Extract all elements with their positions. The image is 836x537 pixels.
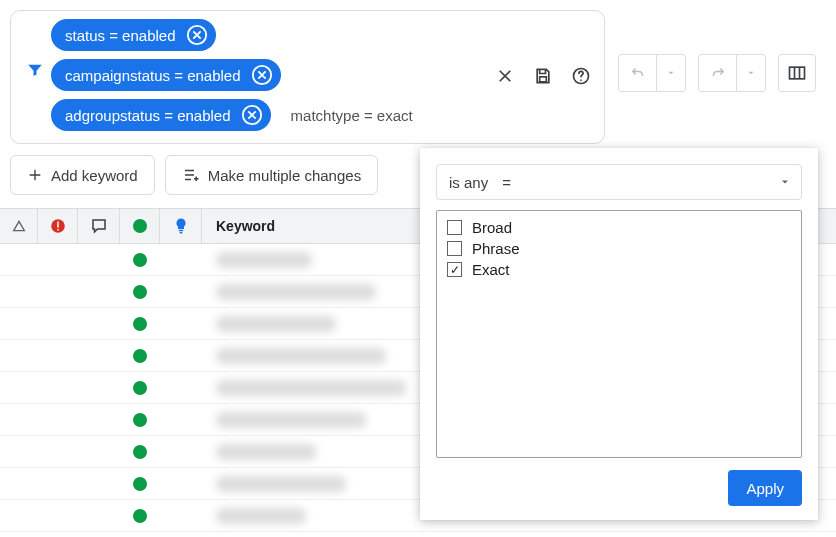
redacted-text [216,316,336,332]
matchtype-option[interactable]: Phrase [447,240,791,257]
remove-chip-icon[interactable] [241,104,263,126]
undo-icon[interactable] [619,55,657,91]
apply-button[interactable]: Apply [728,470,802,506]
filter-chip-label: adgroupstatus = enabled [65,107,231,124]
option-label: Broad [472,219,512,236]
redo-caret-icon[interactable] [737,55,765,91]
svg-rect-8 [57,222,59,228]
cell-status [120,276,160,307]
cell-error [38,500,78,531]
add-keyword-label: Add keyword [51,167,138,184]
cell-comment [78,468,120,499]
filter-chips: status = enabled campaignstatus = enable… [51,19,413,131]
redacted-text [216,348,386,364]
cell-error [38,468,78,499]
toolbar: Add keyword Make multiple changes [10,155,378,195]
close-icon[interactable] [494,65,516,87]
matchtype-option[interactable]: Exact [447,261,791,278]
svg-rect-9 [57,229,59,231]
cell-status [120,404,160,435]
redacted-text [216,380,406,396]
cell-recommendation [160,436,202,467]
cell-error [38,436,78,467]
option-label: Phrase [472,240,520,257]
cell-delta [0,468,38,499]
undo-button-group[interactable] [618,54,686,92]
make-multiple-changes-button[interactable]: Make multiple changes [165,155,378,195]
filter-chip-row: adgroupstatus = enabled matchtype = exac… [51,99,413,131]
svg-rect-6 [790,67,805,79]
filter-chip-label: status = enabled [65,27,176,44]
matchtype-filter-dropdown: is any = BroadPhraseExact Apply [420,148,818,520]
dropdown-footer: Apply [436,470,802,506]
cell-delta [0,372,38,403]
redo-icon[interactable] [699,55,737,91]
cell-comment [78,372,120,403]
header-status-icon[interactable] [120,209,160,243]
cell-recommendation [160,276,202,307]
redo-button-group[interactable] [698,54,766,92]
cell-delta [0,308,38,339]
status-dot-icon [133,317,147,331]
cell-comment [78,500,120,531]
cell-recommendation [160,340,202,371]
cell-delta [0,500,38,531]
header-recommendation-icon[interactable] [160,209,202,243]
cell-comment [78,436,120,467]
cell-delta [0,340,38,371]
redacted-text [216,508,306,524]
redacted-text [216,444,316,460]
cell-comment [78,244,120,275]
status-dot-icon [133,509,147,523]
status-dot-icon [133,349,147,363]
svg-point-5 [580,79,582,81]
cell-recommendation [160,372,202,403]
cell-recommendation [160,468,202,499]
cell-status [120,340,160,371]
plus-icon [27,167,43,183]
svg-rect-3 [540,77,547,82]
cell-recommendation [160,244,202,275]
option-label: Exact [472,261,510,278]
header-comment-icon[interactable] [78,209,120,243]
filter-chip-campaignstatus[interactable]: campaignstatus = enabled [51,59,281,91]
save-icon[interactable] [532,65,554,87]
cell-error [38,276,78,307]
help-icon[interactable] [570,65,592,87]
filter-chip-status[interactable]: status = enabled [51,19,216,51]
checkbox-icon[interactable] [447,220,462,235]
header-delta-icon[interactable] [0,209,38,243]
checkbox-icon[interactable] [447,241,462,256]
operator-label: is any [449,174,488,191]
filter-chip-adgroupstatus[interactable]: adgroupstatus = enabled [51,99,271,131]
svg-rect-10 [178,230,183,232]
filter-bar: status = enabled campaignstatus = enable… [10,10,605,144]
cell-status [120,500,160,531]
remove-chip-icon[interactable] [251,64,273,86]
cell-error [38,372,78,403]
cell-comment [78,276,120,307]
pending-filter-text[interactable]: matchtype = exact [285,107,413,124]
operator-select[interactable]: is any = [436,164,802,200]
cell-delta [0,244,38,275]
cell-comment [78,308,120,339]
status-dot-icon [133,381,147,395]
undo-caret-icon[interactable] [657,55,685,91]
matchtype-options-list: BroadPhraseExact [436,210,802,458]
columns-button[interactable] [778,54,816,92]
cell-error [38,340,78,371]
checkbox-icon[interactable] [447,262,462,277]
add-keyword-button[interactable]: Add keyword [10,155,155,195]
redacted-text [216,412,366,428]
status-dot-icon [133,285,147,299]
cell-status [120,372,160,403]
cell-status [120,436,160,467]
header-error-icon[interactable] [38,209,78,243]
make-changes-label: Make multiple changes [208,167,361,184]
cell-status [120,244,160,275]
cell-error [38,308,78,339]
status-dot-icon [133,253,147,267]
matchtype-option[interactable]: Broad [447,219,791,236]
remove-chip-icon[interactable] [186,24,208,46]
filter-funnel-col [19,19,51,79]
